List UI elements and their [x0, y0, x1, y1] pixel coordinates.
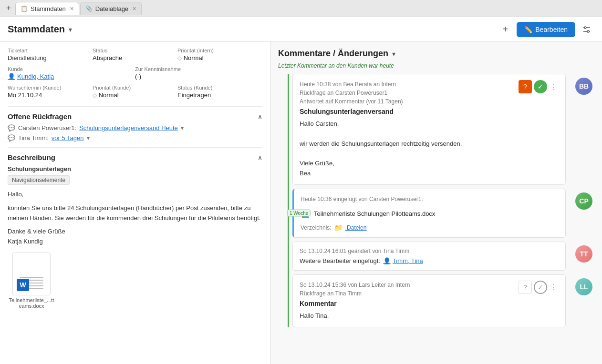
timeline-container: Heute 10:38 von Bea Berata an Intern Rüc…	[270, 74, 602, 327]
file-directory: Verzeichnis: 📁 .Dateien	[301, 222, 559, 232]
change-wrapper: So 13.10.24 16:01 geändert von Tina Timm…	[278, 242, 594, 271]
avatar-lars: LL	[575, 278, 592, 295]
change-card: So 13.10.24 16:01 geändert von Tina Timm…	[292, 242, 566, 271]
dateiablage-tab-label: Dateiablage	[95, 5, 128, 12]
wunschtermin-label: Wunschtermin (Kunde)	[8, 85, 87, 91]
file-meta-text: Heute 10:36 eingefügt von Carsten Poweru…	[301, 195, 559, 203]
ticketart-field: Ticketart Dienstleistung	[8, 48, 93, 61]
comment-card-2: So 13.10.24 15:36 von Lars Leiter an Int…	[292, 274, 566, 327]
comment-meta-left-1: Heute 10:38 von Bea Berata an Intern Rüc…	[300, 80, 519, 106]
bearbeiten-button[interactable]: ✏️ Bearbeiten	[517, 22, 575, 37]
prioritaet-intern-field: Priorität (intern) ◇ Normal	[177, 48, 262, 61]
comment-meta-actions-2: ? ✓ ⋮	[519, 281, 559, 294]
comment-meta-1: Heute 10:38 von Bea Berata an Intern Rüc…	[300, 80, 559, 106]
avatar-container-lars: LL	[575, 278, 592, 295]
file-wrapper: 1 Woche Heute 10:36 eingefügt von Carste…	[278, 189, 594, 238]
title-chevron-icon[interactable]: ▾	[69, 26, 72, 33]
status-kunde-value: Eingetragen	[177, 91, 257, 99]
dateiablage-tab-close[interactable]: ✕	[132, 6, 136, 12]
tab-bar: + 📋 Stammdaten ✕ 📎 Dateiablage ✕	[0, 0, 602, 17]
comment-meta-text-1: Heute 10:38 von Bea Berata an Intern Rüc…	[300, 80, 519, 106]
svg-point-1	[584, 27, 586, 29]
beschreibung-section: Beschreibung ∧ Schulungsunterlagen Navig…	[8, 153, 262, 309]
change-user-link[interactable]: 👤 Timm, Tina	[383, 257, 423, 264]
more-dots-2[interactable]: ⋮	[549, 283, 559, 292]
rueckfrage-author-1: Carsten Poweruser1:	[18, 124, 76, 131]
add-button[interactable]: +	[498, 22, 513, 37]
rueckfrage-item-1: 💬 Carsten Poweruser1: Schulungsunterlage…	[8, 124, 262, 131]
stammdaten-tab-icon: 📋	[21, 5, 28, 12]
kunde-value[interactable]: 👤 Kundig, Katja	[8, 73, 129, 80]
kunde-field: Kunde 👤 Kundig, Katja	[8, 66, 135, 80]
comment-wrapper-2: So 13.10.24 15:36 von Lars Leiter an Int…	[278, 274, 594, 327]
user-icon: 👤	[383, 257, 391, 264]
edit-pencil-icon: ✏️	[524, 26, 532, 33]
rueckfrage-link-2[interactable]: vor 5 Tagen	[52, 134, 84, 142]
new-tab-button[interactable]: +	[2, 2, 15, 15]
verzeichnis-label: Verzeichnis:	[301, 224, 332, 231]
check-button-1[interactable]: ✓	[534, 80, 547, 93]
tab-dateiablage[interactable]: 📎 Dateiablage ✕	[80, 2, 142, 15]
rueckfrage-author-2: Tina Timm:	[18, 134, 49, 142]
offene-rueckfragen-section: Offene Rückfragen ∧ 💬 Carsten Poweruser1…	[8, 112, 262, 142]
comment-meta-left-2: So 13.10.24 15:36 von Lars Leiter an Int…	[300, 281, 519, 298]
beschreibung-header[interactable]: Beschreibung ∧	[8, 153, 262, 162]
week-badge: 1 Woche	[287, 210, 311, 217]
beschreibung-paragraph-1: Hallo,	[8, 190, 262, 200]
prioritaet-kunde-value: ◇ Normal	[93, 91, 172, 99]
question-button-1[interactable]: ?	[519, 80, 532, 93]
stammdaten-tab-close[interactable]: ✕	[70, 6, 74, 12]
comments-chevron-icon[interactable]: ▾	[392, 50, 395, 58]
offene-rueckfragen-header[interactable]: Offene Rückfragen ∧	[8, 112, 262, 121]
file-icon-container: W	[12, 253, 51, 295]
rueckfrage-icon-orange: 💬	[8, 124, 15, 131]
sliders-icon	[582, 25, 591, 34]
file-attachment[interactable]: W Teilnehmerliste_...tteams.docx	[8, 253, 55, 309]
fields-section: Ticketart Dienstleistung Status Absprach…	[8, 48, 262, 99]
prioritaet-intern-value: ◇ Normal	[177, 54, 257, 61]
right-panel: Kommentare / Änderungen ▾ Letzter Kommen…	[270, 42, 602, 364]
comment-meta-text-2: So 13.10.24 15:36 von Lars Leiter an Int…	[300, 281, 519, 298]
kunde-person-icon: 👤	[8, 73, 15, 80]
beschreibung-paragraph-2: könnten Sie uns bitte 24 Schulungsunterl…	[8, 203, 262, 223]
settings-button[interactable]	[579, 22, 594, 37]
main-layout: Ticketart Dienstleistung Status Absprach…	[0, 42, 602, 364]
file-entry: 📘 Teilnehmerliste Schulungen Pilotteams.…	[301, 207, 559, 220]
comment-body-1: Hallo Carsten, wir werden die Schulungsu…	[300, 119, 559, 179]
priority-kunde-diamond-icon: ◇	[93, 92, 97, 99]
check-button-2[interactable]: ✓	[534, 281, 547, 294]
zur-kenntnisnahme-value: (-)	[135, 73, 257, 80]
avatar-container-1: BB	[575, 78, 592, 95]
beschreibung-chevron-icon[interactable]: ∧	[258, 154, 262, 162]
kunde-label: Kunde	[8, 66, 129, 72]
question-button-2[interactable]: ?	[519, 281, 532, 294]
ticketart-label: Ticketart	[8, 48, 87, 53]
tab-stammdaten[interactable]: 📋 Stammdaten ✕	[15, 2, 79, 15]
rueckfrage-dropdown-1[interactable]: ▾	[181, 125, 184, 131]
dir-link[interactable]: .Dateien	[345, 224, 367, 231]
priority-diamond-icon: ◇	[177, 55, 182, 61]
dateiablage-tab-icon: 📎	[85, 5, 93, 12]
comment-subject-1: Schulungsunterlagenversand	[300, 108, 559, 115]
zur-kenntnisnahme-field: Zur Kenntnisnahme (-)	[135, 66, 262, 80]
stammdaten-tab-label: Stammdaten	[31, 5, 66, 12]
wunschtermin-field: Wunschtermin (Kunde) Mo 21.10.24	[8, 85, 93, 99]
svg-point-3	[587, 30, 589, 32]
rueckfrage-dropdown-2[interactable]: ▾	[87, 135, 90, 142]
avatar-tina: TT	[575, 245, 592, 263]
status-kunde-label: Status (Kunde)	[177, 85, 257, 91]
more-dots-1[interactable]: ⋮	[549, 82, 559, 91]
avatar-container-carsten: CP	[575, 192, 592, 210]
comment-body-2: Hallo Tina,	[300, 311, 559, 321]
wunschtermin-value: Mo 21.10.24	[8, 91, 87, 99]
page-title: Stammdaten	[8, 24, 65, 35]
comments-title: Kommentare / Änderungen	[278, 49, 388, 59]
change-label: Weitere Bearbeiter eingefügt:	[300, 257, 380, 264]
file-entry-name[interactable]: Teilnehmerliste Schulungen Pilotteams.do…	[314, 210, 435, 217]
offene-rueckfragen-chevron-icon[interactable]: ∧	[258, 113, 262, 121]
last-comment-info: Letzter Kommentar an den Kunden war heut…	[270, 62, 602, 74]
zur-kenntnisnahme-label: Zur Kenntnisnahme	[135, 66, 257, 72]
comment-meta-2: So 13.10.24 15:36 von Lars Leiter an Int…	[300, 281, 559, 298]
comments-header: Kommentare / Änderungen ▾	[270, 42, 602, 62]
rueckfrage-link-1[interactable]: Schulungsunterlagenversand Heute	[79, 124, 178, 131]
